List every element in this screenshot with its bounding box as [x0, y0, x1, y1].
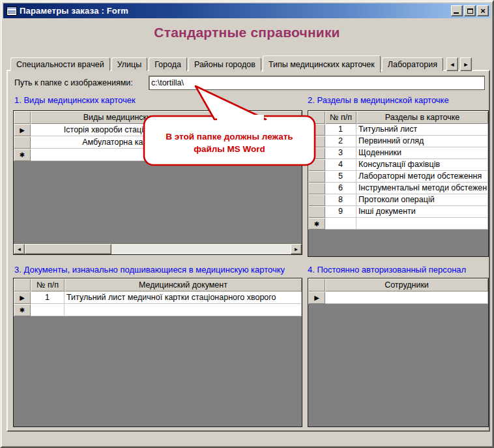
new-record-row: ✱: [308, 218, 488, 230]
num-cell[interactable]: 4: [325, 159, 356, 171]
num-cell[interactable]: [325, 218, 356, 230]
table-row: 4 Консультації фахівців: [308, 159, 488, 171]
table-row: 5 Лабораторні методи обстеження: [308, 171, 488, 183]
num-cell[interactable]: 1: [325, 124, 356, 136]
table-row: ▶ 1 Титульний лист медичної картки стаці…: [14, 291, 302, 304]
record-selector[interactable]: [308, 183, 325, 194]
section-name-cell[interactable]: Консультації фахівців: [356, 159, 488, 171]
staff-datasheet: Сотрудники ▶: [308, 278, 489, 427]
record-selector-current-icon[interactable]: ▶: [14, 124, 31, 136]
column-header-document[interactable]: Медицинский документ: [65, 278, 302, 291]
record-selector[interactable]: [308, 171, 325, 183]
scrollbar-thumb[interactable]: [25, 244, 111, 254]
num-cell[interactable]: 8: [325, 194, 356, 206]
scrollbar-track[interactable]: [111, 244, 291, 254]
section-name-cell[interactable]: Щоденники: [356, 147, 488, 159]
image-path-label: Путь к папке с изображениями:: [14, 78, 133, 87]
section-name-cell[interactable]: Титульний лист: [356, 124, 488, 136]
section1-heading: 1. Виды медицинских карточек: [14, 95, 136, 105]
select-all-corner[interactable]: [14, 111, 31, 124]
column-header-num[interactable]: № п/п: [31, 278, 65, 291]
tab-scroll-left-button[interactable]: ◄: [446, 57, 458, 71]
section-name-cell[interactable]: Інші документи: [356, 206, 488, 218]
callout-tail: [196, 86, 266, 119]
num-cell[interactable]: 9: [325, 206, 356, 218]
scroll-right-button[interactable]: ►: [291, 244, 302, 254]
num-cell[interactable]: 6: [325, 183, 356, 194]
close-icon: ×: [480, 7, 486, 15]
document-cell[interactable]: [65, 304, 302, 316]
select-all-corner[interactable]: [14, 278, 31, 291]
minimize-button[interactable]: [451, 5, 463, 16]
datasheet-empty-area: [308, 230, 488, 256]
section4-heading: 4. Постоянно авторизованный персонал: [308, 265, 466, 275]
datasheet-empty-area: [14, 316, 302, 426]
arrow-left-icon: ◄: [17, 246, 22, 252]
column-header-num[interactable]: № п/п: [325, 111, 356, 124]
arrow-right-icon: ►: [294, 246, 299, 252]
tab-ulicy[interactable]: Улицы: [111, 57, 148, 71]
table-row: ▶: [308, 291, 488, 304]
tab-strip: Специальности врачей Улицы Города Районы…: [10, 54, 472, 71]
title-bar[interactable]: Параметры заказа : Form ×: [3, 3, 491, 18]
document-cell[interactable]: Титульний лист медичної картки стаціонар…: [65, 291, 302, 304]
num-cell[interactable]: [31, 304, 65, 316]
select-all-corner[interactable]: [308, 278, 325, 291]
table-row: 6 Інструментальні методи обстеження: [308, 183, 488, 194]
card-sections-datasheet: № п/п Разделы в карточке 1 Титульний лис…: [308, 110, 489, 257]
initial-documents-datasheet: № п/п Медицинский документ ▶ 1 Титульний…: [13, 278, 302, 427]
new-record-icon[interactable]: ✱: [14, 149, 31, 161]
page-title: Стандартные справочники: [1, 25, 493, 40]
record-selector-current-icon[interactable]: ▶: [14, 291, 31, 304]
record-selector-current-icon[interactable]: ▶: [308, 291, 325, 304]
datasheet-empty-area: [308, 304, 488, 426]
callout-text-line1: В этой папке должны лежать: [166, 132, 293, 142]
horizontal-scrollbar[interactable]: ◄ ►: [14, 243, 302, 254]
section-name-cell[interactable]: Протоколи операцій: [356, 194, 488, 206]
column-header-staff[interactable]: Сотрудники: [325, 278, 488, 291]
datasheet-empty-area: [14, 161, 302, 243]
record-selector[interactable]: [308, 206, 325, 218]
tab-specialnosti-vrachey[interactable]: Специальности врачей: [10, 57, 110, 71]
scroll-left-button[interactable]: ◄: [14, 244, 25, 254]
window-title: Параметры заказа : Form: [20, 6, 450, 16]
section-name-cell[interactable]: Інструментальні методи обстеження: [356, 183, 488, 194]
close-button[interactable]: ×: [477, 5, 489, 16]
table-row: 3 Щоденники: [308, 147, 488, 159]
section-name-cell[interactable]: [356, 218, 488, 230]
num-cell[interactable]: 5: [325, 171, 356, 183]
callout-text-line2: файлы MS Word: [194, 144, 265, 154]
section3-heading: 3. Документы, изначально подшивающиеся в…: [14, 265, 285, 275]
form-window: Параметры заказа : Form × Стандартные сп…: [0, 0, 494, 448]
tab-rayony-gorodov[interactable]: Районы городов: [188, 57, 261, 71]
section2-heading: 2. Разделы в медицинской карточке: [308, 95, 449, 105]
num-cell[interactable]: 1: [31, 291, 65, 304]
new-record-icon[interactable]: ✱: [14, 304, 31, 316]
arrow-right-icon: ►: [463, 61, 469, 68]
maximize-icon: [467, 8, 473, 14]
num-cell[interactable]: 3: [325, 147, 356, 159]
form-icon: [7, 7, 17, 16]
staff-cell[interactable]: [325, 291, 488, 304]
new-record-row: ✱: [14, 304, 302, 316]
tab-goroda[interactable]: Города: [149, 57, 187, 71]
table-row: 9 Інші документи: [308, 206, 488, 218]
section-name-cell[interactable]: Лабораторні методи обстеження: [356, 171, 488, 183]
tab-scroll-right-button[interactable]: ►: [460, 57, 472, 71]
maximize-button[interactable]: [464, 5, 476, 16]
table-row: 2 Первинний огляд: [308, 136, 488, 147]
table-row: 8 Протоколи операцій: [308, 194, 488, 206]
table-row: 1 Титульний лист: [308, 124, 488, 136]
callout-seam: [217, 115, 264, 121]
record-selector[interactable]: [308, 194, 325, 206]
minimize-icon: [454, 12, 459, 14]
callout-balloon: В этой папке должны лежать файлы MS Word: [135, 80, 324, 171]
section-name-cell[interactable]: Первинний огляд: [356, 136, 488, 147]
num-cell[interactable]: 2: [325, 136, 356, 147]
tab-laboratoriya[interactable]: Лаборатория: [382, 57, 443, 71]
record-selector[interactable]: [14, 136, 31, 149]
tab-tipy-medicinskih-kartochek[interactable]: Типы медицинских карточек: [263, 55, 381, 72]
arrow-left-icon: ◄: [449, 61, 455, 68]
column-header-section-name[interactable]: Разделы в карточке: [356, 111, 488, 124]
new-record-icon[interactable]: ✱: [308, 218, 325, 230]
